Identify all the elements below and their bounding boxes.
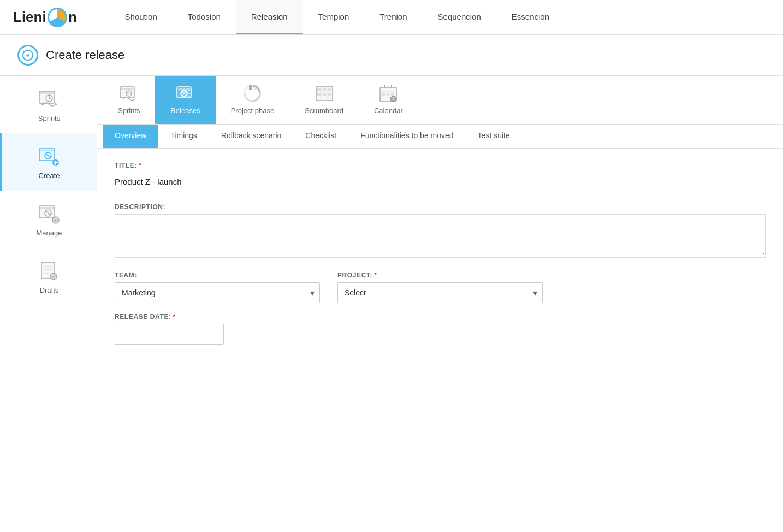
nav-item-sequencion[interactable]: Sequencion (423, 0, 496, 34)
manage-icon (37, 202, 61, 226)
form-area: TITLE:* DESCRIPTION: TEAM: Marketing Dev… (97, 149, 783, 532)
release-date-input[interactable] (115, 324, 224, 345)
sidebar-item-drafts-label: Drafts (40, 286, 59, 294)
logo: Lieni n (13, 8, 77, 27)
svg-rect-2 (40, 92, 54, 94)
description-textarea[interactable] (115, 214, 766, 258)
project-label: PROJECT:* (337, 271, 543, 279)
nav-item-todosion[interactable]: Todosion (173, 0, 236, 34)
main-layout: Sprints Create (0, 76, 783, 532)
svg-rect-39 (323, 93, 326, 96)
svg-rect-38 (317, 93, 321, 96)
left-sidebar: Sprints Create (0, 76, 97, 532)
team-select-wrapper: Marketing Development Design Sales ▾ (115, 282, 320, 303)
svg-rect-24 (121, 88, 133, 90)
release-date-field: RELEASE DATE:* (115, 313, 766, 345)
svg-rect-35 (317, 88, 321, 91)
svg-rect-37 (328, 88, 331, 91)
team-project-row: TEAM: Marketing Development Design Sales… (115, 271, 766, 303)
title-required-marker: * (139, 162, 141, 169)
icon-tab-releases[interactable]: Releases (155, 76, 215, 124)
content-area: Sprints Releases (97, 76, 783, 532)
drafts-icon (37, 259, 61, 283)
svg-rect-47 (391, 93, 394, 96)
nav-item-releasion[interactable]: Releasion (236, 0, 303, 34)
page-header-icon (17, 45, 38, 66)
icon-tab-sprints-label: Sprints (118, 107, 140, 115)
nav-item-trenion[interactable]: Trenion (364, 0, 422, 34)
release-date-label: RELEASE DATE:* (115, 313, 766, 321)
logo-icon (48, 8, 67, 27)
svg-rect-45 (382, 93, 385, 96)
project-select-wrapper: Select Project A Project B Project C ▾ (337, 282, 543, 303)
description-label: DESCRIPTION: (115, 203, 766, 211)
nav-items: Shoution Todosion Releasion Tempion Tren… (110, 0, 565, 34)
icon-tab-project-phase-label: Project phase (231, 107, 275, 115)
description-field: DESCRIPTION: (115, 203, 766, 259)
project-required-marker: * (374, 271, 377, 279)
icon-tab-project-phase[interactable]: Project phase (216, 76, 290, 124)
sidebar-item-manage[interactable]: Manage (0, 191, 97, 248)
svg-rect-27 (178, 88, 190, 90)
svg-rect-36 (323, 88, 326, 91)
icon-tab-releases-label: Releases (170, 107, 200, 115)
icon-tab-calendar[interactable]: Calendar (359, 76, 418, 124)
sub-tab-functionalities[interactable]: Functionalities to be moved (348, 125, 465, 148)
sprints-icon (37, 87, 61, 111)
sub-tab-timings[interactable]: Timings (158, 125, 209, 148)
svg-rect-40 (328, 93, 331, 96)
title-label: TITLE:* (115, 162, 766, 169)
empty-col (560, 271, 766, 303)
sidebar-item-manage-label: Manage (37, 229, 62, 237)
release-date-required-marker: * (173, 313, 176, 321)
nav-item-essencion[interactable]: Essencion (496, 0, 565, 34)
icon-tab-scrumboard[interactable]: Scrumboard (289, 76, 359, 124)
top-nav: Lieni n Shoution Todosion Releasion Temp… (0, 0, 783, 35)
svg-point-5 (55, 103, 57, 105)
sidebar-item-drafts[interactable]: Drafts (0, 248, 97, 305)
logo-text-after: n (68, 9, 77, 26)
team-select[interactable]: Marketing Development Design Sales (115, 282, 320, 303)
title-input[interactable] (115, 173, 766, 191)
icon-tab-sprints[interactable]: Sprints (103, 76, 155, 124)
sub-tabs: Overview Timings Rollback scenario Check… (97, 125, 783, 149)
nav-item-shoution[interactable]: Shoution (110, 0, 173, 34)
sidebar-item-create[interactable]: Create (0, 133, 97, 191)
icon-tab-scrumboard-label: Scrumboard (305, 107, 343, 115)
logo-text-before: Lieni (13, 9, 46, 26)
project-select[interactable]: Select Project A Project B Project C (337, 282, 543, 303)
sidebar-item-create-label: Create (38, 172, 60, 180)
icon-tabs: Sprints Releases (97, 76, 783, 125)
sub-tab-test-suite[interactable]: Test suite (466, 125, 522, 148)
page-title: Create release (46, 48, 124, 62)
svg-rect-13 (40, 207, 54, 209)
team-col: TEAM: Marketing Development Design Sales… (115, 271, 320, 303)
title-field: TITLE:* (115, 162, 766, 191)
svg-point-4 (41, 103, 44, 105)
page-header: Create release (0, 35, 783, 76)
svg-rect-7 (40, 150, 54, 151)
svg-rect-30 (249, 85, 252, 90)
svg-rect-46 (387, 93, 389, 96)
sub-tab-overview[interactable]: Overview (103, 125, 158, 148)
project-col: PROJECT:* Select Project A Project B Pro… (337, 271, 543, 303)
team-label: TEAM: (115, 271, 320, 279)
sub-tab-checklist[interactable]: Checklist (293, 125, 348, 148)
icon-tab-calendar-label: Calendar (374, 107, 403, 115)
svg-rect-31 (254, 85, 258, 90)
sub-tab-rollback[interactable]: Rollback scenario (209, 125, 294, 148)
create-icon (37, 144, 61, 168)
nav-item-tempion[interactable]: Tempion (303, 0, 365, 34)
sidebar-item-sprints-label: Sprints (38, 114, 60, 122)
sidebar-item-sprints[interactable]: Sprints (0, 76, 97, 133)
svg-point-29 (183, 92, 185, 94)
